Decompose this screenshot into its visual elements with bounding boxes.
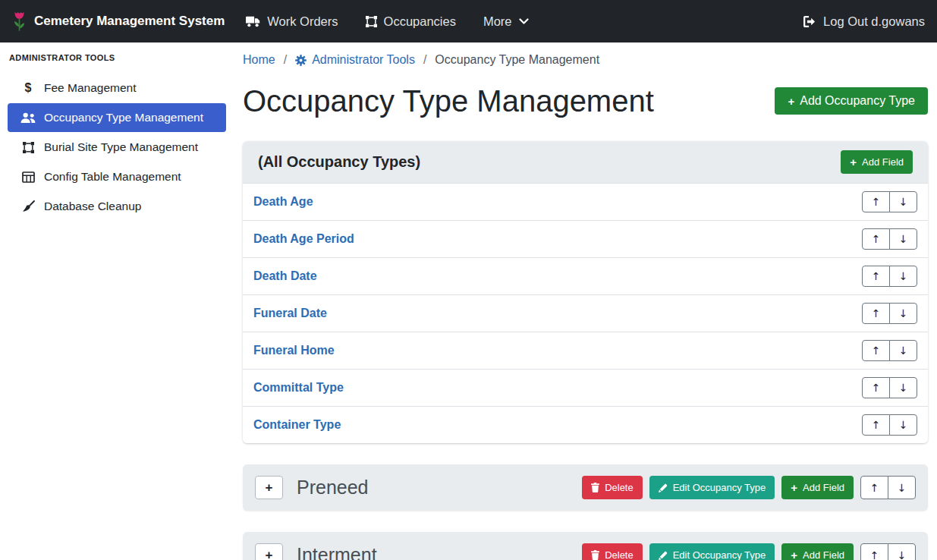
arrow-down-icon: ↓: [899, 271, 908, 282]
field-row: Committal Type ↑ ↓: [243, 369, 928, 406]
add-field-button-label: Add Field: [803, 549, 844, 560]
field-link[interactable]: Death Age Period: [253, 229, 354, 249]
add-field-button[interactable]: + Add Field: [781, 476, 854, 499]
nav-item-label: Work Orders: [267, 14, 338, 29]
breadcrumb-home-link[interactable]: Home: [243, 53, 275, 67]
move-down-button[interactable]: ↓: [889, 414, 917, 436]
expand-section-button[interactable]: +: [255, 476, 283, 499]
move-down-button[interactable]: ↓: [888, 543, 916, 560]
nav-item-label: More: [483, 14, 512, 29]
move-up-button[interactable]: ↑: [862, 266, 890, 287]
plus-icon: +: [791, 549, 797, 560]
card-title: (All Occupancy Types): [258, 153, 420, 171]
arrow-up-icon: ↑: [872, 345, 881, 356]
breadcrumb-administrator-tools-link[interactable]: Administrator Tools: [295, 53, 415, 67]
field-link[interactable]: Death Date: [253, 266, 317, 286]
move-down-button[interactable]: ↓: [889, 266, 917, 287]
arrow-up-icon: ↑: [870, 550, 879, 560]
field-list: Death Age ↑ ↓ Death Age Period ↑ ↓ Death…: [243, 183, 928, 443]
arrow-up-icon: ↑: [872, 197, 881, 207]
nav-item-occupancies[interactable]: Occupancies: [366, 14, 456, 29]
expand-section-button[interactable]: +: [255, 543, 283, 560]
move-up-button[interactable]: ↑: [862, 377, 890, 398]
arrow-down-icon: ↓: [899, 308, 908, 319]
delete-button[interactable]: Delete: [582, 476, 643, 499]
move-up-button[interactable]: ↑: [862, 414, 890, 436]
sidebar-item-occupancy-type-management[interactable]: Occupancy Type Management: [8, 103, 226, 132]
logout-button[interactable]: Log Out d.gowans: [803, 14, 925, 29]
flower-logo-icon: [12, 11, 27, 32]
move-up-button[interactable]: ↑: [862, 191, 890, 212]
nav-item-work-orders[interactable]: Work Orders: [246, 14, 338, 29]
arrow-down-icon: ↓: [899, 420, 908, 430]
arrow-down-icon: ↓: [899, 345, 908, 356]
type-sections: + Preneed Delete Edit Occupancy Type + A…: [243, 464, 928, 560]
field-row: Death Date ↑ ↓: [243, 257, 928, 294]
move-up-button[interactable]: ↑: [862, 303, 890, 324]
field-link[interactable]: Container Type: [253, 415, 341, 435]
app-brand[interactable]: Cemetery Management System: [12, 11, 225, 32]
field-link[interactable]: Death Age: [253, 192, 313, 212]
edit-occupancy-type-button[interactable]: Edit Occupancy Type: [649, 476, 775, 499]
occupancy-type-section: + Interment Delete Edit Occupancy Type +…: [243, 532, 928, 560]
move-down-button[interactable]: ↓: [889, 191, 917, 212]
section-title: Interment: [297, 544, 377, 560]
delete-button[interactable]: Delete: [582, 543, 643, 560]
move-up-button[interactable]: ↑: [860, 543, 888, 560]
add-occupancy-type-button[interactable]: + Add Occupancy Type: [775, 87, 928, 115]
field-link[interactable]: Funeral Date: [253, 304, 327, 323]
field-link[interactable]: Funeral Home: [253, 341, 335, 360]
app-title: Cemetery Management System: [34, 14, 225, 29]
sidebar-item-burial-site-type-management[interactable]: Burial Site Type Management: [8, 133, 226, 162]
add-field-button[interactable]: + Add Field: [841, 150, 913, 174]
page-title: Occupancy Type Management: [243, 82, 654, 120]
arrow-up-icon: ↑: [872, 382, 881, 393]
plus-icon: +: [788, 96, 794, 107]
reorder-buttons: ↑ ↓: [862, 303, 917, 324]
move-down-button[interactable]: ↓: [889, 303, 917, 324]
move-up-button[interactable]: ↑: [862, 340, 890, 361]
reorder-buttons: ↑ ↓: [862, 228, 917, 250]
trash-icon: [591, 483, 599, 492]
nav-item-label: Occupancies: [384, 14, 456, 29]
arrow-down-icon: ↓: [899, 234, 908, 244]
trash-icon: [591, 550, 599, 560]
add-field-button-label: Add Field: [803, 482, 844, 493]
occupancy-icon: [366, 16, 377, 27]
pencil-icon: [659, 483, 668, 492]
sidebar-item-label: Occupancy Type Management: [44, 111, 203, 124]
logout-label: Log Out d.gowans: [823, 14, 925, 29]
move-down-button[interactable]: ↓: [889, 228, 917, 250]
move-down-button[interactable]: ↓: [889, 377, 917, 398]
breadcrumb: Home / Administrator Tools / Occupancy T…: [243, 52, 928, 68]
sidebar-item-config-table-management[interactable]: Config Table Management: [8, 162, 226, 191]
reorder-buttons: ↑ ↓: [862, 377, 917, 398]
move-down-button[interactable]: ↓: [888, 476, 916, 499]
breadcrumb-label: Home: [243, 53, 275, 67]
arrow-up-icon: ↑: [870, 483, 879, 493]
field-link[interactable]: Committal Type: [253, 378, 344, 398]
breadcrumb-separator: /: [423, 53, 426, 67]
sidebar-item-database-cleanup[interactable]: Database Cleanup: [8, 192, 226, 221]
move-up-button[interactable]: ↑: [860, 476, 888, 499]
section-actions: Delete Edit Occupancy Type + Add Field ↑…: [582, 476, 916, 499]
arrow-up-icon: ↑: [872, 234, 881, 244]
move-down-button[interactable]: ↓: [889, 340, 917, 361]
arrow-down-icon: ↓: [899, 197, 908, 207]
reorder-buttons: ↑ ↓: [862, 191, 917, 212]
move-up-button[interactable]: ↑: [862, 228, 890, 250]
dollar-icon: $: [20, 81, 36, 95]
breadcrumb-separator: /: [284, 53, 287, 67]
plus-icon: +: [791, 482, 797, 493]
burial-site-icon: [20, 142, 36, 153]
edit-occupancy-type-button[interactable]: Edit Occupancy Type: [649, 543, 775, 560]
reorder-buttons: ↑ ↓: [862, 266, 917, 287]
sidebar-item-fee-management[interactable]: $ Fee Management: [8, 74, 226, 102]
all-occupancy-types-header: (All Occupancy Types) + Add Field: [243, 141, 928, 183]
add-field-button[interactable]: + Add Field: [781, 543, 854, 560]
section-actions: Delete Edit Occupancy Type + Add Field ↑…: [582, 543, 916, 560]
arrow-up-icon: ↑: [872, 308, 881, 319]
sidebar-heading: Administrator Tools: [0, 42, 234, 73]
section-expand-label: +: [266, 480, 273, 496]
nav-item-more[interactable]: More: [483, 14, 529, 29]
